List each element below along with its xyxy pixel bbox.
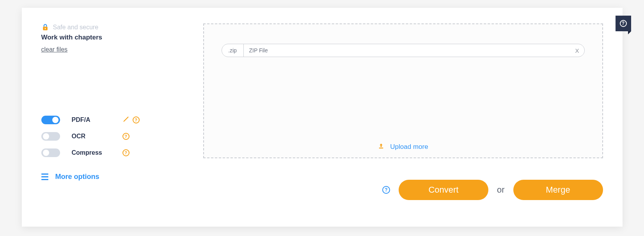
toggle-compress-label: Compress [72, 149, 122, 156]
lock-icon [41, 23, 49, 31]
help-icon-actions[interactable]: ? [382, 186, 390, 194]
more-options-button[interactable]: More options [41, 173, 203, 181]
merge-button[interactable]: Merge [513, 180, 603, 200]
help-icon: ? [620, 20, 627, 27]
toggle-pdfa[interactable] [41, 116, 60, 124]
work-with-chapters-title: Work with chapters [41, 34, 203, 41]
file-ext-label: .zip [222, 47, 243, 54]
file-name-label: ZIP File [244, 47, 570, 54]
drop-area[interactable]: .zip ZIP File X Upload more [203, 23, 603, 158]
upload-more-label: Upload more [390, 143, 428, 151]
file-remove-button[interactable]: X [570, 47, 584, 54]
toggle-row-ocr: OCR ? [41, 128, 203, 145]
help-icon-ocr[interactable]: ? [122, 133, 130, 140]
toggle-ocr-label: OCR [72, 133, 122, 140]
toggle-ocr[interactable] [41, 132, 60, 141]
help-tab[interactable]: ? [616, 16, 631, 31]
pencil-icon[interactable] [122, 116, 130, 124]
upload-icon [378, 143, 385, 151]
toggle-compress[interactable] [41, 148, 60, 157]
help-icon-compress[interactable]: ? [122, 149, 130, 156]
action-row: ? Convert or Merge [203, 180, 603, 200]
svg-rect-3 [379, 148, 383, 148]
safe-secure-label: Safe and secure [53, 24, 99, 31]
clear-files-link[interactable]: clear files [41, 46, 203, 53]
convert-button[interactable]: Convert [399, 180, 488, 200]
left-column: Safe and secure Work with chapters clear… [41, 23, 203, 215]
more-options-label: More options [55, 173, 99, 181]
right-column: .zip ZIP File X Upload more ? Convert or… [203, 23, 603, 215]
svg-rect-2 [45, 29, 45, 30]
main-card: ? Safe and secure Work with chapters cle… [22, 8, 623, 227]
toggle-row-compress: Compress ? [41, 145, 203, 161]
safe-secure-row: Safe and secure [41, 23, 203, 31]
hamburger-icon [41, 173, 48, 180]
help-icon-pdfa[interactable]: ? [133, 116, 140, 123]
file-pill: .zip ZIP File X [222, 44, 585, 57]
toggle-pdfa-label: PDF/A [72, 116, 122, 123]
upload-more-row[interactable]: Upload more [222, 143, 585, 154]
or-label: or [497, 185, 505, 195]
toggle-row-pdfa: PDF/A ? [41, 112, 203, 128]
